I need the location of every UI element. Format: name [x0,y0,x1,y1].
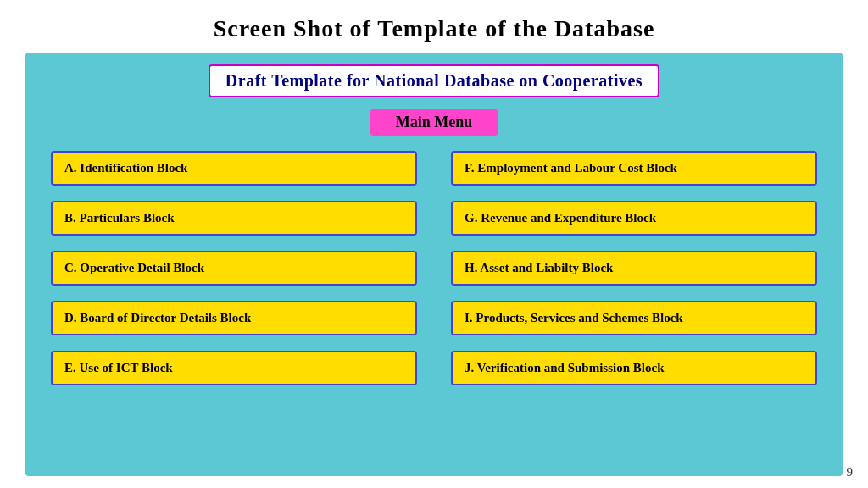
draft-header: Draft Template for National Database on … [42,64,826,97]
menu-item-c[interactable]: C. Operative Detail Block [51,251,417,286]
menu-grid: A. Identification BlockF. Employment and… [42,151,826,385]
draft-header-text: Draft Template for National Database on … [209,64,659,97]
menu-item-e[interactable]: E. Use of ICT Block [51,351,417,385]
page-number: 9 [847,465,854,480]
page-title: Screen Shot of Template of the Database [0,0,868,53]
menu-item-f[interactable]: F. Employment and Labour Cost Block [451,151,817,186]
main-container: Draft Template for National Database on … [25,53,843,476]
main-menu-text: Main Menu [370,109,498,136]
menu-item-i[interactable]: I. Products, Services and Schemes Block [451,301,817,336]
menu-item-h[interactable]: H. Asset and Liabilty Block [451,251,817,286]
menu-item-j[interactable]: J. Verification and Submission Block [451,351,817,385]
menu-item-b[interactable]: B. Particulars Block [51,201,417,236]
menu-item-g[interactable]: G. Revenue and Expenditure Block [451,201,817,236]
menu-item-a[interactable]: A. Identification Block [51,151,417,186]
menu-item-d[interactable]: D. Board of Director Details Block [51,301,417,336]
main-menu-label: Main Menu [42,109,826,136]
